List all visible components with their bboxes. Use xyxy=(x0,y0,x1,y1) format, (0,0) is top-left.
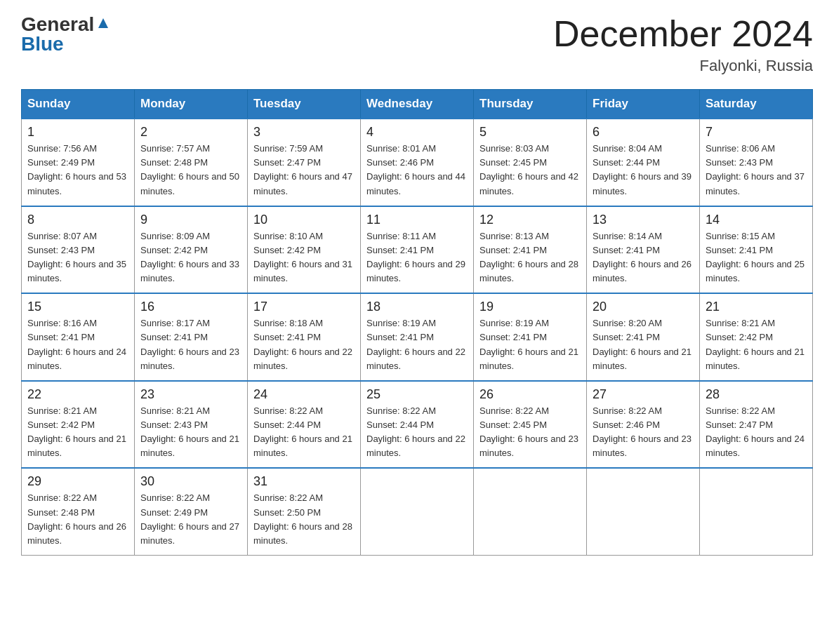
sunset-label: Sunset: 2:42 PM xyxy=(140,245,208,255)
calendar-cell: 16 Sunrise: 8:17 AM Sunset: 2:41 PM Dayl… xyxy=(135,293,248,381)
daylight-label: Daylight: 6 hours and 21 minutes. xyxy=(27,434,126,458)
sunset-label: Sunset: 2:41 PM xyxy=(27,332,95,342)
day-number: 29 xyxy=(27,474,128,489)
calendar-cell: 7 Sunrise: 8:06 AM Sunset: 2:43 PM Dayli… xyxy=(700,119,813,206)
day-info: Sunrise: 8:22 AM Sunset: 2:45 PM Dayligh… xyxy=(479,404,581,461)
day-number: 10 xyxy=(253,213,355,227)
calendar-cell: 12 Sunrise: 8:13 AM Sunset: 2:41 PM Dayl… xyxy=(474,206,587,294)
title-section: December 2024 Falyonki, Russia xyxy=(553,14,813,75)
day-number: 28 xyxy=(706,387,807,402)
sunset-label: Sunset: 2:41 PM xyxy=(479,332,547,342)
day-number: 14 xyxy=(706,213,807,227)
calendar-cell: 30 Sunrise: 8:22 AM Sunset: 2:49 PM Dayl… xyxy=(135,468,248,555)
daylight-label: Daylight: 6 hours and 23 minutes. xyxy=(593,434,691,458)
day-info: Sunrise: 8:22 AM Sunset: 2:48 PM Dayligh… xyxy=(27,491,128,548)
sunset-label: Sunset: 2:42 PM xyxy=(706,332,773,342)
sunrise-label: Sunrise: 8:20 AM xyxy=(593,318,662,328)
daylight-label: Daylight: 6 hours and 29 minutes. xyxy=(366,259,465,283)
calendar-cell: 8 Sunrise: 8:07 AM Sunset: 2:43 PM Dayli… xyxy=(22,206,135,294)
day-info: Sunrise: 8:06 AM Sunset: 2:43 PM Dayligh… xyxy=(706,142,807,199)
sunset-label: Sunset: 2:46 PM xyxy=(593,420,660,430)
sunset-label: Sunset: 2:44 PM xyxy=(366,420,434,430)
day-info: Sunrise: 8:03 AM Sunset: 2:45 PM Dayligh… xyxy=(479,142,581,199)
calendar-cell: 29 Sunrise: 8:22 AM Sunset: 2:48 PM Dayl… xyxy=(22,468,135,555)
day-info: Sunrise: 8:21 AM Sunset: 2:42 PM Dayligh… xyxy=(27,404,128,461)
sunset-label: Sunset: 2:41 PM xyxy=(479,245,547,255)
day-number: 17 xyxy=(253,300,355,314)
daylight-label: Daylight: 6 hours and 24 minutes. xyxy=(706,434,805,458)
sunset-label: Sunset: 2:43 PM xyxy=(706,157,773,168)
sunset-label: Sunset: 2:45 PM xyxy=(479,420,547,430)
day-info: Sunrise: 7:56 AM Sunset: 2:49 PM Dayligh… xyxy=(27,142,128,199)
header-friday: Friday xyxy=(587,90,700,119)
day-info: Sunrise: 7:57 AM Sunset: 2:48 PM Dayligh… xyxy=(140,142,241,199)
sunset-label: Sunset: 2:44 PM xyxy=(253,420,321,430)
calendar-cell: 15 Sunrise: 8:16 AM Sunset: 2:41 PM Dayl… xyxy=(22,293,135,381)
daylight-label: Daylight: 6 hours and 22 minutes. xyxy=(366,347,465,371)
calendar-cell: 2 Sunrise: 7:57 AM Sunset: 2:48 PM Dayli… xyxy=(135,119,248,206)
day-info: Sunrise: 8:22 AM Sunset: 2:46 PM Dayligh… xyxy=(593,404,694,461)
daylight-label: Daylight: 6 hours and 44 minutes. xyxy=(366,171,465,196)
calendar-cell: 4 Sunrise: 8:01 AM Sunset: 2:46 PM Dayli… xyxy=(361,119,474,206)
day-info: Sunrise: 8:01 AM Sunset: 2:46 PM Dayligh… xyxy=(366,142,468,199)
sunrise-label: Sunrise: 8:14 AM xyxy=(593,231,662,241)
sunrise-label: Sunrise: 8:17 AM xyxy=(140,318,210,328)
header-tuesday: Tuesday xyxy=(248,90,361,119)
logo-blue-text: Blue xyxy=(21,33,64,55)
sunrise-label: Sunrise: 8:09 AM xyxy=(140,231,210,241)
calendar-cell: 10 Sunrise: 8:10 AM Sunset: 2:42 PM Dayl… xyxy=(248,206,361,294)
daylight-label: Daylight: 6 hours and 27 minutes. xyxy=(140,521,239,546)
day-number: 25 xyxy=(366,387,468,402)
day-number: 8 xyxy=(27,213,128,227)
calendar-cell xyxy=(587,468,700,555)
calendar-cell xyxy=(361,468,474,555)
sunrise-label: Sunrise: 8:19 AM xyxy=(366,318,436,328)
sunset-label: Sunset: 2:45 PM xyxy=(479,157,547,168)
day-info: Sunrise: 8:22 AM Sunset: 2:49 PM Dayligh… xyxy=(140,491,241,548)
daylight-label: Daylight: 6 hours and 39 minutes. xyxy=(593,171,691,196)
calendar-cell: 24 Sunrise: 8:22 AM Sunset: 2:44 PM Dayl… xyxy=(248,381,361,469)
daylight-label: Daylight: 6 hours and 21 minutes. xyxy=(479,347,578,371)
daylight-label: Daylight: 6 hours and 47 minutes. xyxy=(253,171,352,196)
day-info: Sunrise: 8:18 AM Sunset: 2:41 PM Dayligh… xyxy=(253,316,355,373)
day-number: 5 xyxy=(479,125,581,140)
daylight-label: Daylight: 6 hours and 21 minutes. xyxy=(706,347,805,371)
day-info: Sunrise: 8:21 AM Sunset: 2:42 PM Dayligh… xyxy=(706,316,807,373)
page-header: General Blue December 2024 Falyonki, Rus… xyxy=(21,14,813,75)
svg-marker-0 xyxy=(98,18,108,28)
day-number: 15 xyxy=(27,300,128,314)
daylight-label: Daylight: 6 hours and 50 minutes. xyxy=(140,171,239,196)
day-number: 6 xyxy=(593,125,694,140)
sunset-label: Sunset: 2:42 PM xyxy=(253,245,321,255)
sunrise-label: Sunrise: 8:22 AM xyxy=(706,405,775,416)
sunrise-label: Sunrise: 8:13 AM xyxy=(479,231,549,241)
daylight-label: Daylight: 6 hours and 21 minutes. xyxy=(253,434,352,458)
sunrise-label: Sunrise: 8:11 AM xyxy=(366,231,436,241)
daylight-label: Daylight: 6 hours and 28 minutes. xyxy=(253,521,352,546)
sunrise-label: Sunrise: 8:19 AM xyxy=(479,318,549,328)
sunrise-label: Sunrise: 8:16 AM xyxy=(27,318,97,328)
day-info: Sunrise: 8:22 AM Sunset: 2:44 PM Dayligh… xyxy=(253,404,355,461)
sunrise-label: Sunrise: 8:22 AM xyxy=(140,492,210,503)
day-info: Sunrise: 8:17 AM Sunset: 2:41 PM Dayligh… xyxy=(140,316,241,373)
sunset-label: Sunset: 2:41 PM xyxy=(140,332,208,342)
sunrise-label: Sunrise: 8:01 AM xyxy=(366,143,436,154)
sunset-label: Sunset: 2:43 PM xyxy=(27,245,95,255)
day-info: Sunrise: 8:20 AM Sunset: 2:41 PM Dayligh… xyxy=(593,316,694,373)
sunset-label: Sunset: 2:48 PM xyxy=(27,507,95,518)
daylight-label: Daylight: 6 hours and 31 minutes. xyxy=(253,259,352,283)
daylight-label: Daylight: 6 hours and 33 minutes. xyxy=(140,259,239,283)
sunset-label: Sunset: 2:41 PM xyxy=(366,332,434,342)
calendar-cell: 21 Sunrise: 8:21 AM Sunset: 2:42 PM Dayl… xyxy=(700,293,813,381)
daylight-label: Daylight: 6 hours and 23 minutes. xyxy=(479,434,578,458)
day-number: 23 xyxy=(140,387,241,402)
calendar-cell: 1 Sunrise: 7:56 AM Sunset: 2:49 PM Dayli… xyxy=(22,119,135,206)
day-info: Sunrise: 8:14 AM Sunset: 2:41 PM Dayligh… xyxy=(593,229,694,286)
sunrise-label: Sunrise: 8:03 AM xyxy=(479,143,549,154)
day-number: 9 xyxy=(140,213,241,227)
sunrise-label: Sunrise: 8:15 AM xyxy=(706,231,775,241)
daylight-label: Daylight: 6 hours and 28 minutes. xyxy=(479,259,578,283)
daylight-label: Daylight: 6 hours and 53 minutes. xyxy=(27,171,126,196)
calendar-cell: 23 Sunrise: 8:21 AM Sunset: 2:43 PM Dayl… xyxy=(135,381,248,469)
calendar-cell: 3 Sunrise: 7:59 AM Sunset: 2:47 PM Dayli… xyxy=(248,119,361,206)
